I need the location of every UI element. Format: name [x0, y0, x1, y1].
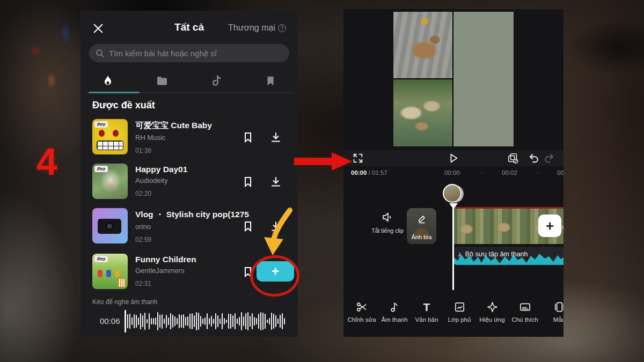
track-top-line [453, 207, 564, 209]
redo-icon[interactable] [544, 152, 556, 164]
tool-audio[interactable]: Âm thanh [378, 300, 411, 323]
video-editor-panel: 00:00 / 01:57 00:00 · 00:02 · 00 Tắt tiế… [343, 9, 564, 337]
layers-disabled-icon[interactable] [507, 152, 519, 164]
ruler-dot: · [481, 169, 483, 176]
red-arrow [294, 152, 352, 171]
song-thumbnail: Pro [92, 164, 128, 199]
effects-star-icon [486, 301, 499, 313]
cover-button[interactable]: Ảnh bìa [407, 208, 436, 244]
preview-time: 00:06 [100, 316, 120, 326]
play-icon[interactable] [448, 152, 459, 164]
tool-template[interactable]: Mẫu [543, 300, 564, 323]
tab-folder[interactable] [135, 71, 189, 91]
ruler-tick: 00:02 [502, 169, 517, 176]
download-icon[interactable] [269, 175, 282, 188]
bookmark-icon[interactable] [241, 131, 254, 144]
template-icon [553, 301, 564, 313]
text-tool-icon: T [423, 301, 430, 313]
mute-clip-label: Tắt tiếng clip [370, 227, 405, 234]
audio-track-label: ♪ Bộ sưu tập âm thanh [458, 250, 528, 258]
video-preview[interactable] [393, 12, 514, 146]
tab-tiktok-music[interactable] [189, 71, 244, 91]
tutorial-screenshot: 4 Tất cả Thương mại ? [0, 0, 644, 362]
drag-hint: Kéo để nghe âm thanh [92, 298, 157, 306]
playhead-line[interactable] [452, 203, 454, 290]
tab-commercial-label: Thương mại [228, 23, 275, 33]
search-icon [96, 49, 105, 58]
mute-clip-button[interactable]: Tắt tiếng clip [370, 211, 405, 234]
flame-icon [101, 75, 114, 87]
bookmark-icon[interactable] [241, 220, 254, 233]
song-thumbnail: Pro [92, 119, 128, 154]
ruler-tick: 00 [557, 169, 564, 176]
tool-text[interactable]: T Văn bản [411, 300, 443, 323]
song-title: 可爱宝宝 Cute Baby [135, 120, 294, 131]
add-clip-button[interactable]: + [538, 215, 561, 237]
help-icon[interactable]: ? [278, 24, 286, 32]
download-icon[interactable] [269, 131, 282, 144]
preview-image-right [453, 12, 514, 146]
tab-commercial[interactable]: Thương mại ? [228, 23, 286, 33]
song-title: Happy Day01 [135, 165, 294, 174]
tab-saved[interactable] [244, 71, 298, 91]
caption-icon [519, 301, 531, 313]
speaker-mute-icon [381, 211, 394, 224]
song-row[interactable]: Pro 可爱宝宝 Cute Baby RH Music 01:38 [80, 117, 298, 159]
song-duration: 01:38 [135, 147, 294, 154]
pro-badge: Pro [94, 166, 108, 172]
preview-image-bottom-left [393, 79, 452, 146]
pro-badge: Pro [94, 256, 108, 262]
song-thumbnail: Pro [92, 254, 128, 289]
search-input[interactable] [109, 49, 283, 58]
music-waveform[interactable] [125, 309, 294, 334]
bookmark-icon [265, 75, 276, 87]
pro-badge: Pro [94, 121, 108, 128]
tool-captions[interactable]: Chú thích [509, 300, 541, 323]
music-note-icon [389, 301, 401, 313]
section-title: Được đề xuất [92, 100, 155, 111]
pencil-icon [416, 213, 427, 224]
music-note-icon: ♪ [458, 250, 461, 258]
fullscreen-icon[interactable] [352, 152, 364, 164]
tab-active-indicator [89, 92, 140, 93]
ruler-tick: 00:00 [444, 169, 460, 176]
undo-icon[interactable] [527, 152, 539, 164]
tool-effects[interactable]: Hiệu ứng [476, 300, 508, 323]
folder-icon [156, 75, 169, 87]
playhead-pin[interactable] [443, 184, 464, 211]
search-bar[interactable] [89, 44, 289, 62]
audio-track-clip[interactable]: ♪ Bộ sưu tập âm thanh [453, 247, 564, 265]
song-thumbnail [92, 208, 128, 243]
step-number: 4 [36, 141, 57, 183]
library-tabs [80, 71, 298, 91]
tiktok-note-icon [210, 75, 223, 87]
tool-overlay[interactable]: Lớp phủ [443, 300, 475, 323]
tool-edit[interactable]: Chỉnh sửa [346, 300, 378, 323]
yellow-curved-arrow [257, 207, 301, 260]
ruler-dot: · [537, 169, 539, 176]
overlay-icon [453, 301, 466, 313]
playback-time: 00:00 / 01:57 [351, 169, 387, 176]
cover-label: Ảnh bìa [407, 234, 436, 240]
bookmark-icon[interactable] [241, 175, 254, 188]
chart-icon [118, 279, 126, 287]
timeline-ruler: 00:00 / 01:57 00:00 · 00:02 · 00 [343, 169, 564, 178]
scissors-icon [356, 301, 368, 313]
song-row[interactable]: Pro Happy Day01 Audiodeity 02:20 [80, 161, 298, 203]
tab-trending[interactable] [80, 71, 135, 91]
editor-toolbar: Chỉnh sửa Âm thanh T Văn bản Lớp phủ [343, 300, 564, 334]
player-controls [343, 150, 564, 166]
preview-image-top-left [393, 12, 452, 78]
song-duration: 02:20 [135, 190, 294, 197]
